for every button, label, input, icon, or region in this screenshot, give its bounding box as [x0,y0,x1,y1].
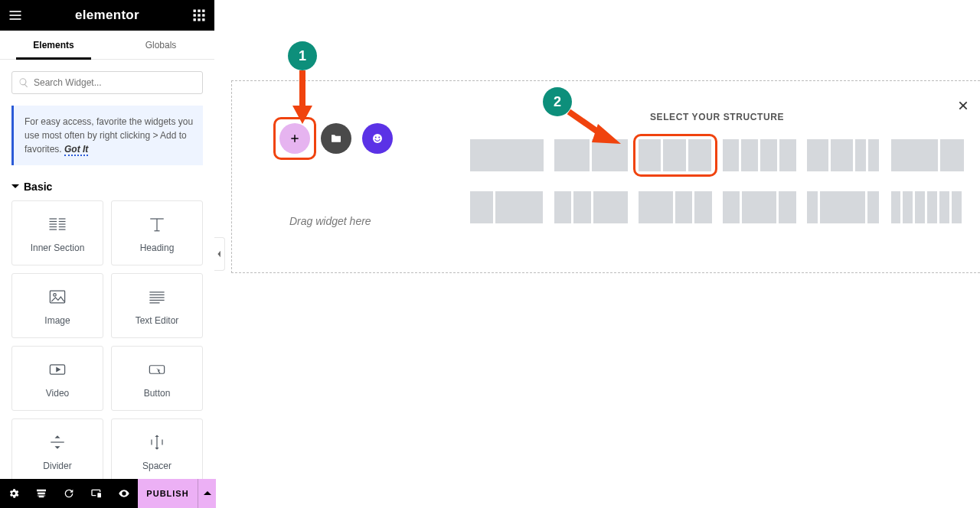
structure-column [694,191,712,223]
tab-globals[interactable]: Globals [107,31,214,59]
structure-column [940,139,964,171]
preview-button[interactable] [110,479,138,508]
search-icon [18,77,29,88]
svg-rect-7 [198,14,200,16]
svg-point-41 [375,137,377,138]
structure-option-9[interactable] [723,191,796,223]
structure-option-6[interactable] [470,191,544,223]
widget-spacer[interactable]: Spacer [111,418,203,479]
structure-option-10[interactable] [807,191,880,223]
category-basic[interactable]: Basic [11,181,203,193]
structure-column [915,191,925,223]
widget-label: Divider [43,461,71,471]
widget-label: Spacer [142,461,172,471]
structure-column [868,139,879,171]
structure-column [820,191,865,223]
structure-column [779,139,796,171]
image-icon [47,286,68,308]
close-structure-button[interactable] [957,99,969,114]
structure-column [867,191,878,223]
add-template-button[interactable] [321,123,351,154]
history-button[interactable] [55,479,83,508]
widget-label: Inner Section [31,243,85,253]
widget-button[interactable]: Button [111,346,203,411]
structure-column [855,139,866,171]
ai-button[interactable] [362,123,393,154]
widget-text-editor[interactable]: Text Editor [111,273,203,338]
structure-column [891,191,901,223]
structure-option-3[interactable] [723,139,796,171]
apps-grid-button[interactable] [191,8,207,23]
structure-column [663,139,686,171]
plus-icon [289,132,301,145]
svg-rect-8 [202,14,204,16]
navigator-button[interactable] [28,479,55,508]
structure-column [723,139,740,171]
structure-option-4[interactable] [807,139,880,171]
structure-option-8[interactable] [639,191,712,223]
widget-divider[interactable]: Divider [11,418,103,479]
structure-column [554,191,572,223]
svg-rect-3 [193,10,195,12]
tip-text: For easy access, favorite the widgets yo… [24,116,193,155]
close-icon [957,99,969,112]
spacer-icon [146,431,168,453]
structure-column [807,139,829,171]
structure-column [927,191,937,223]
drag-widget-hint: Drag widget here [289,215,371,227]
svg-rect-1 [10,15,21,16]
svg-point-40 [373,134,382,143]
editor-canvas: Drag widget here SELECT YOUR STRUCTURE 1… [225,0,980,508]
structure-column [807,191,818,223]
responsive-button[interactable] [83,479,110,508]
widget-label: Image [44,315,70,326]
structure-option-11[interactable] [891,191,965,223]
svg-rect-4 [198,10,200,12]
tab-elements[interactable]: Elements [0,31,107,59]
search-input[interactable] [34,77,196,88]
structure-option-1[interactable] [554,139,628,171]
add-section-button[interactable] [279,123,310,154]
widget-image[interactable]: Image [11,273,103,338]
search-widget-box[interactable] [11,71,203,94]
structure-option-0[interactable] [470,139,544,171]
structure-column [470,191,494,223]
chevron-left-icon [217,250,222,258]
svg-rect-33 [149,365,164,373]
svg-rect-11 [202,18,204,21]
collapse-panel-handle[interactable] [214,237,225,271]
widget-inner-section[interactable]: Inner Section [11,200,103,265]
sparkle-icon [371,132,384,145]
widget-video[interactable]: Video [11,346,103,411]
structure-column [831,139,853,171]
category-label: Basic [24,181,52,193]
structure-column [675,191,693,223]
svg-point-42 [378,137,380,138]
svg-rect-10 [198,18,200,21]
tip-got-it-link[interactable]: Got It [64,144,88,156]
menu-button[interactable] [8,8,23,23]
widget-heading[interactable]: Heading [111,200,203,265]
structure-option-2[interactable] [639,139,712,171]
structure-title: SELECT YOUR STRUCTURE [454,112,980,122]
structure-column [639,139,662,171]
button-icon [146,359,168,380]
folder-icon [330,132,342,145]
structure-column [891,139,938,171]
structure-option-7[interactable] [554,191,628,223]
structure-column [639,191,673,223]
settings-button[interactable] [0,479,28,508]
structure-column [592,139,628,171]
inner-section-icon [47,213,68,235]
structure-column [952,191,962,223]
structure-option-5[interactable] [891,139,965,171]
chevron-up-icon [204,490,211,497]
new-section-frame[interactable]: Drag widget here SELECT YOUR STRUCTURE [231,80,980,273]
widget-label: Button [144,388,171,399]
structure-column [779,191,796,223]
structure-column [554,139,590,171]
structure-column [723,191,740,223]
text-editor-icon [146,286,168,308]
publish-options-button[interactable] [198,479,216,508]
publish-button[interactable]: PUBLISH [138,479,198,508]
